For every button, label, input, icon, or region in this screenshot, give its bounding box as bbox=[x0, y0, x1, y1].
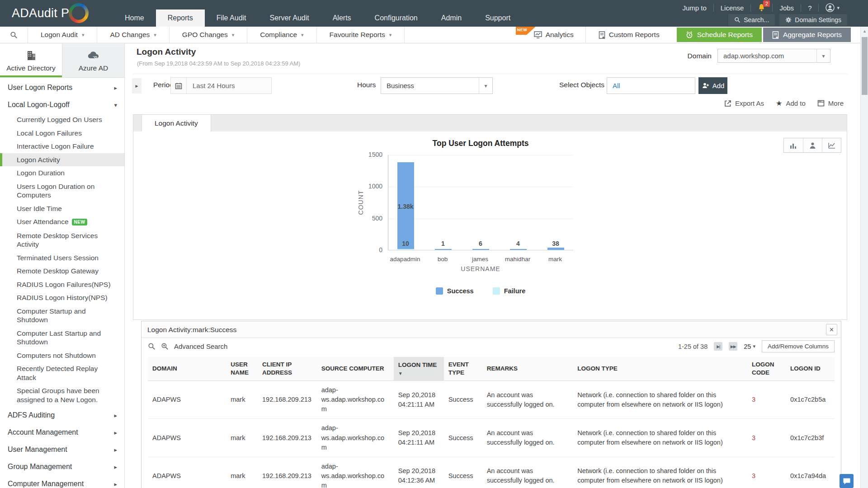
table-search-button[interactable] bbox=[148, 343, 156, 350]
menu-compliance[interactable]: Compliance▾ bbox=[247, 27, 316, 43]
menu-ad-changes[interactable]: AD Changes▾ bbox=[97, 27, 169, 43]
sidebar-item-local-logon-failures[interactable]: Local Logon Failures bbox=[0, 127, 124, 140]
sidebar-section-adfs-auditing[interactable]: ADFS Auditing▸ bbox=[0, 407, 124, 423]
table-row[interactable]: ADAPWSmark192.168.209.213adap-ws.adap.wo… bbox=[148, 457, 835, 488]
menu-favourite-reports[interactable]: Favourite Reports▾ bbox=[317, 27, 405, 43]
sidebar-item-logon-activity[interactable]: Logon Activity bbox=[0, 153, 124, 167]
sidebar-item-user-idle-time[interactable]: User Idle Time bbox=[0, 202, 124, 216]
table-row[interactable]: ADAPWSmark192.168.209.213adap-ws.adap.wo… bbox=[148, 381, 835, 419]
column-header-user-name[interactable]: USER NAME bbox=[226, 357, 258, 381]
sidebar-item-radius-logon-failures-nps[interactable]: RADIUS Logon Failures(NPS) bbox=[0, 278, 124, 291]
chart-type-line-button[interactable] bbox=[822, 138, 841, 152]
license-link[interactable]: License bbox=[714, 4, 751, 12]
cell-user-name: mark bbox=[226, 457, 258, 488]
feedback-chat-button[interactable] bbox=[840, 474, 854, 488]
select-objects-input[interactable]: All bbox=[607, 77, 695, 94]
column-header-client-ip-address[interactable]: CLIENT IP ADDRESS bbox=[258, 357, 317, 381]
nav-item-configuration[interactable]: Configuration bbox=[363, 9, 429, 27]
nav-item-admin[interactable]: Admin bbox=[429, 9, 473, 27]
sidebar-item-logon-duration[interactable]: Logon Duration bbox=[0, 166, 124, 180]
sort-desc-icon[interactable]: ▼ bbox=[398, 371, 439, 377]
menu-gpo-changes[interactable]: GPO Changes▾ bbox=[170, 27, 247, 43]
sidebar-item-computer-last-startup-and-shutdown[interactable]: Computer Last Startup and Shutdown bbox=[0, 327, 124, 349]
menu-logon-audit[interactable]: Logon Audit▾ bbox=[28, 27, 97, 43]
export-as-button[interactable]: Export As bbox=[724, 99, 764, 107]
bar-success-bob[interactable] bbox=[435, 249, 452, 250]
bar-failure-adapadmin[interactable] bbox=[397, 249, 414, 250]
nav-item-reports[interactable]: Reports bbox=[156, 9, 205, 27]
column-header-logon-type[interactable]: LOGON TYPE bbox=[573, 357, 747, 381]
sidebar-item-recently-detected-replay-attack[interactable]: Recently Detected Replay Attack bbox=[0, 362, 124, 384]
sidebar-item-remote-desktop-services-activity[interactable]: Remote Desktop Services Activity bbox=[0, 229, 124, 251]
chart-user-filter-button[interactable] bbox=[803, 138, 822, 152]
sidebar-section-account-management[interactable]: Account Management▸ bbox=[0, 424, 124, 441]
column-header-logon-time[interactable]: LOGON TIME▼ bbox=[394, 357, 444, 381]
sidebar-item-computers-not-shutdown[interactable]: Computers not Shutdown bbox=[0, 349, 124, 362]
chart-type-bar-button[interactable] bbox=[784, 138, 803, 152]
bar-success-james[interactable] bbox=[472, 249, 489, 250]
advanced-search-link[interactable]: Advanced Search bbox=[174, 343, 227, 350]
chevron-down-icon[interactable]: ▾ bbox=[479, 78, 492, 94]
column-header-source-computer[interactable]: SOURCE COMPUTER bbox=[317, 357, 394, 381]
page-size-select[interactable]: 25 ▾ bbox=[744, 343, 755, 350]
nav-item-alerts[interactable]: Alerts bbox=[321, 9, 363, 27]
sidebar-item-terminated-users-session[interactable]: Terminated Users Session bbox=[0, 251, 124, 265]
nav-item-home[interactable]: Home bbox=[113, 9, 156, 27]
aggregate-reports-button[interactable]: Aggregate Reports bbox=[763, 28, 851, 42]
add-objects-button[interactable]: Add bbox=[698, 77, 727, 94]
tab-active-directory[interactable]: Active Directory bbox=[0, 44, 62, 77]
tab-azure-ad[interactable]: Azure AD bbox=[62, 44, 124, 77]
help-button[interactable]: ? bbox=[801, 4, 819, 12]
sidebar-section-user-management[interactable]: User Management▸ bbox=[0, 441, 124, 458]
sidebar-item-currently-logged-on-users[interactable]: Currently Logged On Users bbox=[0, 113, 124, 127]
nav-item-support[interactable]: Support bbox=[473, 9, 522, 27]
sidebar-section-local-logon-logoff[interactable]: Local Logon-Logoff▾ bbox=[0, 97, 124, 113]
scrollbar-thumb[interactable] bbox=[862, 37, 868, 95]
column-header-remarks[interactable]: REMARKS bbox=[482, 357, 573, 381]
sidebar-section-group-management[interactable]: Group Management▸ bbox=[0, 459, 124, 475]
scroll-up-icon[interactable]: ▲ bbox=[861, 29, 868, 33]
user-menu[interactable]: ▾ bbox=[819, 3, 846, 12]
domain-select[interactable]: adap.workshop.com ▾ bbox=[717, 49, 830, 63]
sidebar-item-special-groups-have-been-assigned-to-a-new-logon[interactable]: Special Groups have been assigned to a N… bbox=[0, 384, 124, 406]
vertical-scrollbar[interactable]: ▲ bbox=[860, 27, 868, 488]
calendar-icon[interactable] bbox=[171, 78, 187, 94]
sidebar-item-remote-desktop-gateway[interactable]: Remote Desktop Gateway bbox=[0, 264, 124, 278]
sidebar-item-computer-startup-and-shutdown[interactable]: Computer Startup and Shutdown bbox=[0, 305, 124, 327]
domain-settings-button[interactable]: Domain Settings bbox=[779, 14, 847, 26]
jobs-link[interactable]: Jobs bbox=[773, 4, 801, 12]
custom-reports-button[interactable]: Custom Reports bbox=[586, 27, 672, 43]
global-search-button[interactable]: Search... bbox=[728, 14, 775, 26]
bar-success-mahidhar[interactable] bbox=[510, 249, 527, 250]
add-to-button[interactable]: ★ Add to bbox=[776, 99, 806, 108]
sidebar-item-interactive-logon-failure[interactable]: Interactive Logon Failure bbox=[0, 140, 124, 153]
sidebar-item-users-logon-duration-on-computers[interactable]: Users Logon Duration on Computers bbox=[0, 180, 124, 202]
close-icon[interactable]: × bbox=[826, 324, 837, 335]
tab-logon-activity[interactable]: Logon Activity bbox=[142, 115, 211, 131]
analytics-button[interactable]: NEW Analytics bbox=[516, 27, 585, 43]
advanced-search-icon[interactable] bbox=[161, 343, 169, 350]
next-page-button[interactable]: ▶| bbox=[714, 342, 722, 351]
column-header-logon-id[interactable]: LOGON ID bbox=[786, 357, 835, 381]
nav-item-file-audit[interactable]: File Audit bbox=[205, 9, 258, 27]
sidebar-item-user-attendance[interactable]: User AttendanceNEW bbox=[0, 215, 124, 229]
report-search-button[interactable] bbox=[0, 27, 28, 43]
notifications-button[interactable]: 2 bbox=[751, 4, 773, 12]
bar-success-mark[interactable] bbox=[547, 248, 564, 250]
jump-to-link[interactable]: Jump to bbox=[675, 4, 713, 12]
column-header-logon-code[interactable]: LOGON CODE bbox=[747, 357, 786, 381]
more-button[interactable]: More bbox=[817, 99, 844, 107]
sidebar-item-radius-logon-history-nps[interactable]: RADIUS Logon History(NPS) bbox=[0, 291, 124, 305]
add-remove-columns-button[interactable]: Add/Remove Columns bbox=[762, 340, 835, 352]
hours-select[interactable]: Business ▾ bbox=[381, 77, 493, 94]
last-page-button[interactable]: ▶▶ bbox=[729, 342, 737, 351]
column-header-domain[interactable]: DOMAIN bbox=[148, 357, 226, 381]
table-row[interactable]: ADAPWSmark192.168.209.213adap-ws.adap.wo… bbox=[148, 419, 835, 457]
column-header-event-type[interactable]: EVENT TYPE bbox=[444, 357, 482, 381]
schedule-reports-button[interactable]: Schedule Reports bbox=[677, 28, 762, 42]
nav-item-server-audit[interactable]: Server Audit bbox=[258, 9, 321, 27]
period-input[interactable]: Last 24 Hours bbox=[170, 77, 272, 94]
sidebar-section-user-logon-reports[interactable]: User Logon Reports▸ bbox=[0, 80, 124, 96]
sidebar-section-computer-management[interactable]: Computer Management▸ bbox=[0, 476, 124, 488]
chevron-down-icon[interactable]: ▾ bbox=[816, 49, 830, 62]
